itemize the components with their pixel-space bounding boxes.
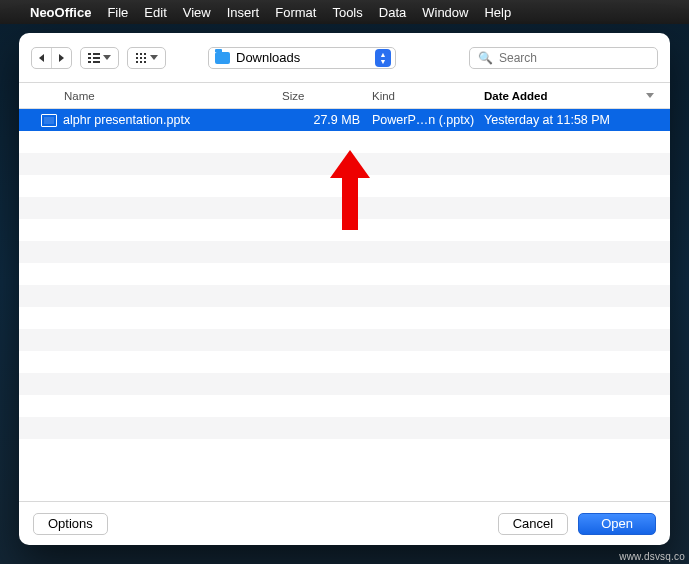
file-date: Yesterday at 11:58 PM bbox=[484, 113, 654, 127]
location-label: Downloads bbox=[236, 50, 300, 65]
empty-row bbox=[19, 153, 670, 175]
dialog-toolbar: Downloads ▲▼ 🔍 bbox=[19, 33, 670, 83]
file-size: 27.9 MB bbox=[282, 113, 372, 127]
menu-tools[interactable]: Tools bbox=[332, 5, 362, 20]
file-row[interactable]: alphr presentation.pptx 27.9 MB PowerP…n… bbox=[19, 109, 670, 131]
empty-row bbox=[19, 241, 670, 263]
empty-row bbox=[19, 263, 670, 285]
menu-data[interactable]: Data bbox=[379, 5, 406, 20]
file-name: alphr presentation.pptx bbox=[63, 113, 282, 127]
empty-row bbox=[19, 219, 670, 241]
menu-edit[interactable]: Edit bbox=[144, 5, 166, 20]
location-popup[interactable]: Downloads ▲▼ bbox=[208, 47, 396, 69]
search-input[interactable] bbox=[499, 51, 649, 65]
empty-row bbox=[19, 439, 670, 461]
empty-row bbox=[19, 175, 670, 197]
forward-button[interactable] bbox=[52, 48, 71, 68]
folder-icon bbox=[215, 52, 230, 64]
menu-insert[interactable]: Insert bbox=[227, 5, 260, 20]
file-open-dialog: Downloads ▲▼ 🔍 Name Size Kind Date Added… bbox=[19, 33, 670, 545]
empty-row bbox=[19, 329, 670, 351]
empty-row bbox=[19, 395, 670, 417]
group-by-button[interactable] bbox=[127, 47, 166, 69]
menu-help[interactable]: Help bbox=[484, 5, 511, 20]
empty-row bbox=[19, 307, 670, 329]
col-size[interactable]: Size bbox=[282, 90, 372, 102]
column-headers: Name Size Kind Date Added bbox=[19, 83, 670, 109]
menu-file[interactable]: File bbox=[107, 5, 128, 20]
menubar: NeoOffice File Edit View Insert Format T… bbox=[0, 0, 689, 24]
chevron-down-icon bbox=[646, 93, 654, 98]
list-view-icon bbox=[88, 53, 100, 63]
col-name[interactable]: Name bbox=[64, 90, 282, 102]
view-mode-button[interactable] bbox=[80, 47, 119, 69]
chevron-left-icon bbox=[39, 54, 44, 62]
empty-row bbox=[19, 351, 670, 373]
file-kind: PowerP…n (.pptx) bbox=[372, 113, 484, 127]
file-list[interactable]: alphr presentation.pptx 27.9 MB PowerP…n… bbox=[19, 109, 670, 501]
empty-row bbox=[19, 285, 670, 307]
back-button[interactable] bbox=[32, 48, 52, 68]
open-button[interactable]: Open bbox=[578, 513, 656, 535]
menu-window[interactable]: Window bbox=[422, 5, 468, 20]
chevron-down-icon bbox=[103, 55, 111, 60]
search-icon: 🔍 bbox=[478, 51, 493, 65]
chevron-right-icon bbox=[59, 54, 64, 62]
col-date[interactable]: Date Added bbox=[484, 90, 654, 102]
grid-icon bbox=[135, 52, 147, 64]
menu-format[interactable]: Format bbox=[275, 5, 316, 20]
col-date-label: Date Added bbox=[484, 90, 547, 102]
options-button[interactable]: Options bbox=[33, 513, 108, 535]
empty-row bbox=[19, 417, 670, 439]
document-icon bbox=[41, 114, 57, 127]
cancel-button[interactable]: Cancel bbox=[498, 513, 568, 535]
dialog-footer: Options Cancel Open bbox=[19, 501, 670, 545]
empty-row bbox=[19, 373, 670, 395]
nav-buttons bbox=[31, 47, 72, 69]
col-kind[interactable]: Kind bbox=[372, 90, 484, 102]
empty-row bbox=[19, 131, 670, 153]
search-field[interactable]: 🔍 bbox=[469, 47, 658, 69]
stepper-icon: ▲▼ bbox=[375, 49, 391, 67]
empty-row bbox=[19, 197, 670, 219]
watermark: www.dsvsq.co bbox=[619, 551, 685, 562]
app-name[interactable]: NeoOffice bbox=[30, 5, 91, 20]
menu-view[interactable]: View bbox=[183, 5, 211, 20]
chevron-down-icon bbox=[150, 55, 158, 60]
